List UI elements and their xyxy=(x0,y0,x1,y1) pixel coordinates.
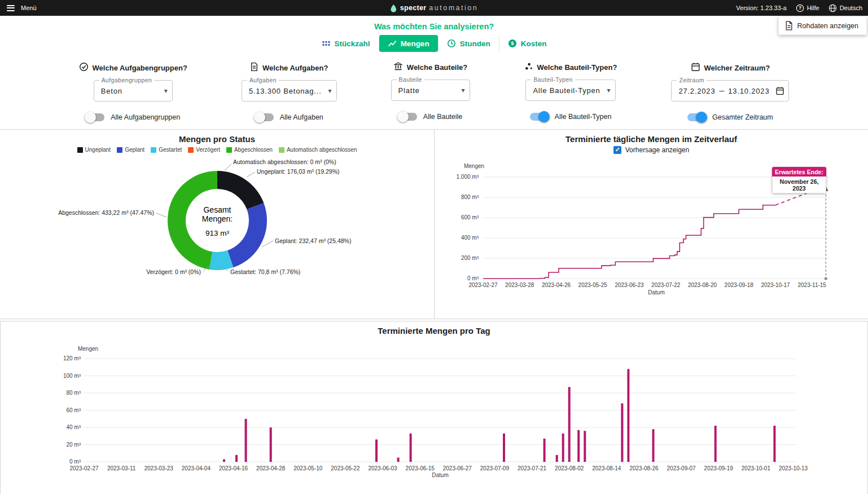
hamburger-menu-icon[interactable] xyxy=(6,4,16,12)
svg-text:2023-10-17: 2023-10-17 xyxy=(761,282,790,288)
svg-text:2023-03-23: 2023-03-23 xyxy=(144,465,174,471)
svg-text:20 m³: 20 m³ xyxy=(66,442,81,448)
zeitraum-input[interactable]: Zeitraum 27.2.2023 – 13.10.2023 xyxy=(671,80,789,102)
alle-aufgaben-toggle[interactable] xyxy=(255,113,274,121)
filter-aufgabengruppen: Welche Aufgabengruppen? Aufgabengruppen … xyxy=(79,62,187,121)
svg-text:2023-08-26: 2023-08-26 xyxy=(629,465,659,471)
chevron-down-icon: ▾ xyxy=(462,86,465,94)
svg-text:600 m³: 600 m³ xyxy=(461,214,479,220)
version-label: Version: 1.23.33-a xyxy=(736,5,786,11)
forecast-checkbox[interactable] xyxy=(613,146,621,154)
svg-text:100 m³: 100 m³ xyxy=(63,373,81,379)
bauteile-select[interactable]: Bauteile Platte ▾ xyxy=(391,80,470,101)
aufgaben-select[interactable]: Aufgaben 5.13.300 Betonag... ▾ xyxy=(242,80,337,102)
calendar-picker-icon[interactable] xyxy=(775,86,784,95)
building-icon xyxy=(393,62,403,73)
svg-text:2023-11-15: 2023-11-15 xyxy=(797,282,826,288)
svg-text:2023-10-01: 2023-10-01 xyxy=(742,465,771,471)
svg-text:Datum: Datum xyxy=(648,289,664,295)
scatter-dots-icon xyxy=(524,62,533,73)
svg-text:Mengen: Mengen xyxy=(464,163,484,169)
legend-item: Gestartet xyxy=(151,147,182,153)
daily-bar-chart: 0 m³20 m³40 m³60 m³80 m³100 m³120 m³Meng… xyxy=(1,343,867,482)
date-end[interactable]: 13.10.2023 xyxy=(728,87,769,95)
filter-question: Welche Aufgabengruppen? xyxy=(93,64,187,72)
filter-zeitraum: Welcher Zeitraum? Zeitraum 27.2.2023 – 1… xyxy=(671,62,789,121)
svg-text:2023-04-26: 2023-04-26 xyxy=(542,282,571,288)
svg-text:2023-07-22: 2023-07-22 xyxy=(651,282,681,288)
tab-stueckzahl[interactable]: Stückzahl xyxy=(313,35,379,52)
svg-text:2023-09-19: 2023-09-19 xyxy=(704,465,734,471)
timeline-chart-panel: Terminierte tägliche Mengen im Zeitverla… xyxy=(434,130,868,319)
menu-label[interactable]: Menü xyxy=(21,5,37,11)
grid-dots-icon xyxy=(322,39,331,48)
analyze-header: Was möchten Sie analysieren? Stückzahl M… xyxy=(0,16,868,52)
calendar-icon xyxy=(691,62,700,73)
forecast-tooltip: Erwartetes Ende: November 26, 2023 xyxy=(772,167,826,193)
forecast-tooltip-title: Erwartetes Ende: xyxy=(772,167,826,177)
svg-text:2023-10-13: 2023-10-13 xyxy=(779,465,808,471)
bauteil-typen-select[interactable]: Bauteil-Typen Alle Bauteil-Typen ▾ xyxy=(525,80,615,101)
tab-stunden[interactable]: Stunden xyxy=(438,35,499,52)
svg-text:2023-06-23: 2023-06-23 xyxy=(615,282,644,288)
gesamter-zeitraum-toggle[interactable] xyxy=(687,113,706,121)
alle-aufgabengruppen-toggle[interactable] xyxy=(86,113,104,121)
help-button[interactable]: ? Hilfe xyxy=(796,4,819,12)
language-button[interactable]: Deutsch xyxy=(828,4,862,12)
tab-kosten[interactable]: $ Kosten xyxy=(499,35,555,52)
svg-text:2023-02-27: 2023-02-27 xyxy=(69,465,99,471)
svg-text:2023-06-03: 2023-06-03 xyxy=(368,465,397,471)
line-chart-icon xyxy=(388,39,397,48)
date-start[interactable]: 27.2.2023 xyxy=(678,87,715,95)
status-chart-title: Mengen pro Status xyxy=(0,134,434,144)
top-bar: Menü specter automation Version: 1.23.33… xyxy=(0,0,868,16)
alle-bauteile-toggle[interactable] xyxy=(398,113,417,121)
clock-icon xyxy=(447,39,456,48)
svg-text:2023-05-25: 2023-05-25 xyxy=(578,282,608,288)
svg-text:?: ? xyxy=(799,5,801,11)
filter-aufgaben: Welche Aufgaben? Aufgaben 5.13.300 Beton… xyxy=(242,62,337,121)
svg-text:400 m³: 400 m³ xyxy=(461,235,479,241)
alle-bauteil-typen-toggle[interactable] xyxy=(530,113,549,121)
status-donut-chart: Ungeplant: 176,03 m³ (19.29%)Geplant: 23… xyxy=(0,153,433,314)
forecast-tooltip-value: November 26, 2023 xyxy=(772,177,826,193)
raw-data-menu-item[interactable]: Rohdaten anzeigen xyxy=(778,16,867,35)
svg-text:Gestartet: 70,8 m³ (7.76%): Gestartet: 70,8 m³ (7.76%) xyxy=(230,268,300,275)
analyze-question: Was möchten Sie analysieren? xyxy=(0,22,868,31)
svg-text:2023-04-16: 2023-04-16 xyxy=(219,465,248,471)
svg-text:2023-08-02: 2023-08-02 xyxy=(555,465,584,471)
legend-item: Ungeplant xyxy=(77,147,111,153)
svg-text:2023-02-27: 2023-02-27 xyxy=(468,282,498,288)
svg-text:200 m³: 200 m³ xyxy=(461,255,479,261)
svg-text:Mengen:: Mengen: xyxy=(202,214,233,223)
aufgabengruppen-select[interactable]: Aufgabengruppen Beton ▾ xyxy=(94,80,173,102)
filter-question: Welche Bauteile? xyxy=(407,63,467,72)
svg-text:60 m³: 60 m³ xyxy=(66,407,81,413)
filter-question: Welche Bauteil-Typen? xyxy=(537,63,617,72)
daily-chart-panel: Terminierte Mengen pro Tag 0 m³20 m³40 m… xyxy=(0,321,868,494)
filter-bauteile: Welche Bauteile? Bauteile Platte ▾ Alle … xyxy=(391,62,470,121)
legend-item: Automatisch abgeschlossen xyxy=(279,147,357,153)
svg-text:2023-04-28: 2023-04-28 xyxy=(256,465,286,471)
metric-tabs: Stückzahl Mengen Stunden $ Kosten xyxy=(313,35,555,52)
brand-sub: automation xyxy=(429,4,478,12)
chevron-down-icon: ▾ xyxy=(164,87,168,95)
brand-logo: specter automation xyxy=(390,4,478,12)
tab-mengen[interactable]: Mengen xyxy=(379,35,438,52)
svg-text:1.000 m³: 1.000 m³ xyxy=(457,174,479,180)
svg-text:2023-06-27: 2023-06-27 xyxy=(443,465,472,471)
globe-icon xyxy=(828,4,837,12)
svg-text:2023-05-10: 2023-05-10 xyxy=(293,465,323,471)
svg-text:913 m³: 913 m³ xyxy=(205,229,230,237)
filter-bar: Welche Aufgabengruppen? Aufgabengruppen … xyxy=(0,62,868,121)
svg-text:2023-05-22: 2023-05-22 xyxy=(331,465,360,471)
legend-item: Verzögert xyxy=(188,147,220,153)
svg-text:Datum: Datum xyxy=(432,472,448,478)
svg-text:2023-03-28: 2023-03-28 xyxy=(505,282,534,288)
svg-text:2023-09-07: 2023-09-07 xyxy=(667,465,696,471)
daily-chart-title: Terminierte Mengen pro Tag xyxy=(1,326,867,336)
svg-text:2023-08-20: 2023-08-20 xyxy=(688,282,717,288)
svg-text:Gesamt: Gesamt xyxy=(203,205,231,214)
svg-text:$: $ xyxy=(511,40,514,46)
charts-row: Mengen pro Status UngeplantGeplantGestar… xyxy=(0,129,868,319)
